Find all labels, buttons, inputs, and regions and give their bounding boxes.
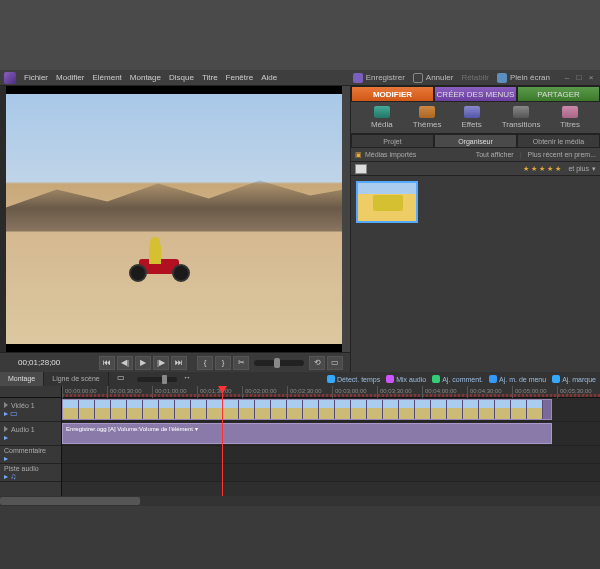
playhead[interactable]	[222, 386, 223, 496]
menu-title[interactable]: Titre	[202, 73, 218, 82]
goto-end-button[interactable]: ⏭	[171, 356, 187, 370]
comment-track[interactable]	[62, 446, 600, 464]
app-logo	[4, 72, 16, 84]
save-button[interactable]: Enregistrer	[353, 73, 405, 83]
save-icon	[353, 73, 363, 83]
ruler-tick: 00;03;30;00	[377, 386, 412, 398]
undo-button[interactable]: Annuler	[413, 73, 454, 83]
media-clip-thumbnail[interactable]	[357, 182, 417, 222]
folder-icon: ▣	[355, 151, 362, 159]
menu-element[interactable]: Elément	[92, 73, 121, 82]
timeline: Vidéo 1▸ ▭ Audio 1▸ Commentaire▸ Piste a…	[0, 386, 600, 496]
timeline-tool-select[interactable]: ▭	[117, 373, 131, 385]
tool-effects[interactable]: Effets	[461, 106, 481, 129]
video-track[interactable]	[62, 398, 600, 422]
titles-icon	[562, 106, 578, 118]
audio-clip[interactable]: Enregistrer.ogg [A] Volume:Volume de l'é…	[62, 423, 552, 444]
track-header-video[interactable]: Vidéo 1▸ ▭	[0, 398, 61, 422]
window-close[interactable]: ×	[586, 73, 596, 83]
menu-disc[interactable]: Disque	[169, 73, 194, 82]
filter-recent[interactable]: Plus récent en prem...	[528, 151, 596, 158]
calendar-icon[interactable]	[355, 164, 367, 174]
video-clip[interactable]	[62, 399, 552, 420]
subtab-organizer[interactable]: Organiseur	[434, 134, 517, 148]
step-back-button[interactable]: ◀|	[117, 356, 133, 370]
timeline-tab-montage[interactable]: Montage	[0, 372, 44, 386]
play-button[interactable]: ▶	[135, 356, 151, 370]
themes-icon	[419, 106, 435, 118]
subtab-project[interactable]: Projet	[351, 134, 434, 148]
track-header-soundtrack[interactable]: Piste audio▸ ♫	[0, 464, 61, 482]
split-button[interactable]: ✂	[233, 356, 249, 370]
tab-create-menus[interactable]: CRÉER DES MENUS	[434, 86, 517, 102]
transport-bar: 00;01;28;00 ⏮ ◀| ▶ |▶ ⏭ { } ✂ ⟲ ▭	[0, 352, 350, 372]
loop-button[interactable]: ⟲	[309, 356, 325, 370]
ruler-tick: 00;05;00;00	[512, 386, 547, 398]
tool-transitions[interactable]: Transitions	[502, 106, 541, 129]
soundtrack-track[interactable]	[62, 464, 600, 482]
tool-themes[interactable]: Thèmes	[413, 106, 442, 129]
mix-icon	[386, 375, 394, 383]
tool-titles[interactable]: Titres	[560, 106, 580, 129]
audio-track[interactable]: Enregistrer.ogg [A] Volume:Volume de l'é…	[62, 422, 600, 446]
track-header-audio[interactable]: Audio 1▸	[0, 422, 61, 446]
tool-mix-audio[interactable]: Mix audio	[386, 375, 426, 383]
preview-scrollbar[interactable]	[342, 86, 350, 352]
fullscreen-button[interactable]: Plein écran	[497, 73, 550, 83]
timeline-tool-fit[interactable]: ↔	[183, 373, 197, 385]
rating-star-5[interactable]: ★	[555, 165, 561, 173]
subtab-get-media[interactable]: Obtenir le média	[517, 134, 600, 148]
timeline-tab-sceneline[interactable]: Ligne de scène	[44, 372, 108, 386]
timeline-scrollbar[interactable]	[0, 496, 600, 506]
mark-in-button[interactable]: {	[197, 356, 213, 370]
timecode-display[interactable]: 00;01;28;00	[18, 358, 60, 367]
filter-imported[interactable]: Médias importés	[365, 151, 416, 158]
safe-margin-button[interactable]: ▭	[327, 356, 343, 370]
rating-star-3[interactable]: ★	[539, 165, 545, 173]
tool-add-menu-marker[interactable]: Aj. m. de menu	[489, 375, 546, 383]
rating-star-1[interactable]: ★	[523, 165, 529, 173]
tool-add-comment[interactable]: Aj. comment.	[432, 375, 483, 383]
save-label: Enregistrer	[366, 73, 405, 82]
preview-video[interactable]	[6, 94, 344, 344]
rating-star-4[interactable]: ★	[547, 165, 553, 173]
shuttle-slider[interactable]	[254, 360, 304, 366]
ruler-tick: 00;04;00;00	[422, 386, 457, 398]
menu-montage[interactable]: Montage	[130, 73, 161, 82]
menumark-icon	[489, 375, 497, 383]
tab-share[interactable]: PARTAGER	[517, 86, 600, 102]
marker-icon	[552, 375, 560, 383]
filter-more[interactable]: et plus	[568, 165, 589, 172]
fullscreen-icon	[497, 73, 507, 83]
ruler-tick: 00;02;00;00	[242, 386, 277, 398]
ruler-tick: 00;00;00;00	[62, 386, 97, 398]
timeline-zoom-slider[interactable]	[137, 377, 177, 382]
tool-add-marker[interactable]: Aj. marque	[552, 375, 596, 383]
menu-file[interactable]: Fichier	[24, 73, 48, 82]
media-bin[interactable]	[351, 176, 600, 372]
transitions-icon	[513, 106, 529, 118]
tool-detect-time[interactable]: Détect. temps	[327, 375, 380, 383]
ruler-tick: 00;03;00;00	[332, 386, 367, 398]
goto-start-button[interactable]: ⏮	[99, 356, 115, 370]
track-header-comment[interactable]: Commentaire▸	[0, 446, 61, 464]
menu-help[interactable]: Aide	[261, 73, 277, 82]
step-forward-button[interactable]: |▶	[153, 356, 169, 370]
menu-window[interactable]: Fenêtre	[226, 73, 254, 82]
window-minimize[interactable]: –	[562, 73, 572, 83]
tool-media[interactable]: Média	[371, 106, 393, 129]
redo-label: Rétablir	[461, 73, 489, 82]
rating-star-2[interactable]: ★	[531, 165, 537, 173]
chevron-down-icon[interactable]: ▾	[592, 165, 596, 173]
undo-icon	[413, 73, 423, 83]
mark-out-button[interactable]: }	[215, 356, 231, 370]
track-area[interactable]: 00;00;00;0000;00;30;0000;01;00;0000;01;3…	[62, 386, 600, 496]
preview-pane: 00;01;28;00 ⏮ ◀| ▶ |▶ ⏭ { } ✂ ⟲ ▭	[0, 86, 350, 372]
time-ruler[interactable]: 00;00;00;0000;00;30;0000;01;00;0000;01;3…	[62, 386, 600, 398]
menu-edit[interactable]: Modifier	[56, 73, 84, 82]
window-maximize[interactable]: □	[574, 73, 584, 83]
ruler-tick: 00;02;30;00	[287, 386, 322, 398]
redo-button[interactable]: Rétablir	[461, 73, 489, 82]
filter-showall[interactable]: Tout afficher	[476, 151, 514, 158]
tab-modify[interactable]: MODIFIER	[351, 86, 434, 102]
